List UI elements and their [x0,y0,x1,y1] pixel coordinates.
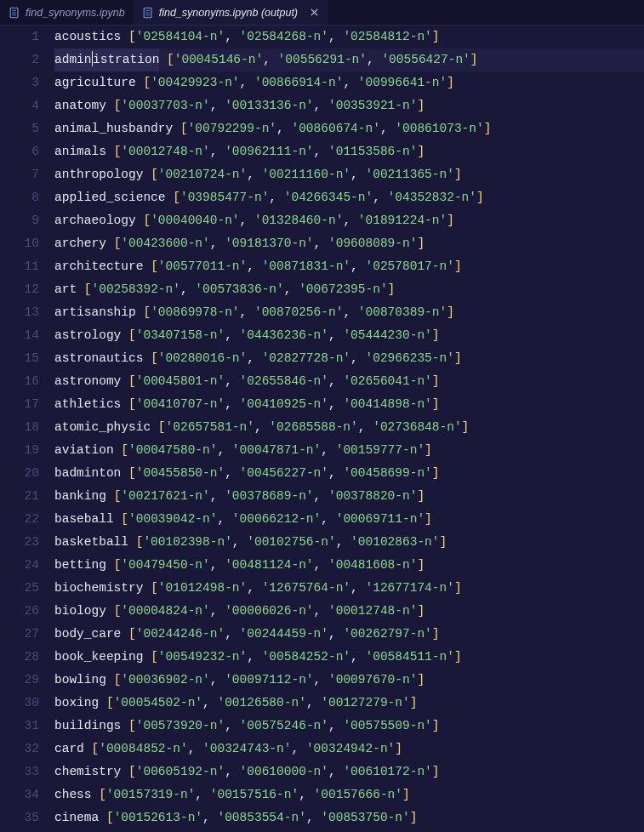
output-line: baseball ['00039042-n', '00066212-n', '0… [54,508,644,531]
output-line: cinema ['00152613-n', '00853554-n', '008… [54,806,644,829]
output-line: chemistry ['00605192-n', '00610000-n', '… [54,761,644,784]
line-number: 9 [0,209,39,232]
line-number: 35 [0,806,39,829]
file-icon [142,7,154,19]
output-line: chess ['00157319-n', '00157516-n', '0015… [54,784,644,806]
line-number: 7 [0,163,39,186]
line-gutter: 1234567891011121314151617181920212223242… [0,26,54,832]
output-line: body_care ['00244246-n', '00244459-n', '… [54,623,644,646]
tab-bar: find_synonyms.ipynbfind_synonyms.ipynb (… [0,0,644,26]
line-number: 32 [0,738,39,761]
line-number: 27 [0,623,39,646]
output-line: anatomy ['00037703-n', '00133136-n', '00… [54,94,644,117]
output-line: betting ['00479450-n', '00481124-n', '00… [54,554,644,577]
line-number: 6 [0,140,39,163]
line-number: 19 [0,439,39,462]
output-line: biochemistry ['01012498-n', '12675764-n'… [54,577,644,600]
output-line: buildings ['00573920-n', '00575246-n', '… [54,715,644,738]
line-number: 5 [0,117,39,140]
line-number: 25 [0,577,39,600]
tab-1[interactable]: find_synonyms.ipynb (output) [134,0,328,25]
output-line: card ['00084852-n', '00324743-n', '00324… [54,738,644,761]
close-icon[interactable] [308,7,320,19]
output-line: biology ['00004824-n', '00006026-n', '00… [54,600,644,623]
line-number: 23 [0,531,39,554]
output-line: badminton ['00455850-n', '00456227-n', '… [54,462,644,485]
line-number: 14 [0,324,39,347]
output-line: bowling ['00036902-n', '00097112-n', '00… [54,669,644,692]
line-number: 15 [0,347,39,370]
line-number: 13 [0,301,39,324]
line-number: 10 [0,232,39,255]
output-line: archery ['00423600-n', '09181370-n', '09… [54,232,644,255]
output-line: astrology ['03407158-n', '04436236-n', '… [54,324,644,347]
line-number: 22 [0,508,39,531]
output-line: agriculture ['00429923-n', '00866914-n',… [54,71,644,94]
line-number: 12 [0,278,39,301]
output-line: aviation ['00047580-n', '00047871-n', '0… [54,439,644,462]
line-number: 34 [0,784,39,806]
output-line: administration ['00045146-n', '00556291-… [54,48,644,71]
output-line: architecture ['00577011-n', '00871831-n'… [54,255,644,278]
output-line: animal_husbandry ['00792299-n', '0086067… [54,117,644,140]
output-line: banking ['00217621-n', '00378689-n', '00… [54,485,644,508]
output-line: book_keeping ['00549232-n', '00584252-n'… [54,646,644,669]
output-line: animals ['00012748-n', '00962111-n', '01… [54,140,644,163]
file-icon [9,7,20,19]
output-line: acoustics ['02584104-n', '02584268-n', '… [54,26,644,48]
line-number: 24 [0,554,39,577]
output-line: athletics ['00410707-n', '00410925-n', '… [54,393,644,416]
tab-0[interactable]: find_synonyms.ipynb [0,0,134,25]
line-number: 11 [0,255,39,278]
line-number: 30 [0,692,39,715]
output-line: art ['00258392-n', '00573836-n', '006723… [54,278,644,301]
line-number: 4 [0,94,39,117]
output-line: astronautics ['00280016-n', '02827728-n'… [54,347,644,370]
output-line: archaeology ['00040040-n', '01328460-n',… [54,209,644,232]
line-number: 31 [0,715,39,738]
tab-label: find_synonyms.ipynb (output) [159,7,298,19]
line-number: 1 [0,26,39,48]
output-content[interactable]: acoustics ['02584104-n', '02584268-n', '… [54,26,644,832]
line-number: 8 [0,186,39,209]
output-line: boxing ['00054502-n', '00126580-n', '001… [54,692,644,715]
line-number: 29 [0,669,39,692]
line-number: 20 [0,462,39,485]
line-number: 28 [0,646,39,669]
output-line: astronomy ['00045801-n', '02655846-n', '… [54,370,644,393]
line-number: 3 [0,71,39,94]
editor: 1234567891011121314151617181920212223242… [0,26,644,832]
output-line: basketball ['00102398-n', '00102756-n', … [54,531,644,554]
line-number: 21 [0,485,39,508]
line-number: 26 [0,600,39,623]
output-line: artisanship ['00869978-n', '00870256-n',… [54,301,644,324]
output-line: applied_science ['03985477-n', '04266345… [54,186,644,209]
line-number: 2 [0,48,39,71]
line-number: 33 [0,761,39,784]
line-number: 16 [0,370,39,393]
tab-label: find_synonyms.ipynb [26,7,125,19]
output-line: atomic_physic ['02657581-n', '02685588-n… [54,416,644,439]
output-line: anthropology ['00210724-n', '00211160-n'… [54,163,644,186]
line-number: 18 [0,416,39,439]
line-number: 17 [0,393,39,416]
